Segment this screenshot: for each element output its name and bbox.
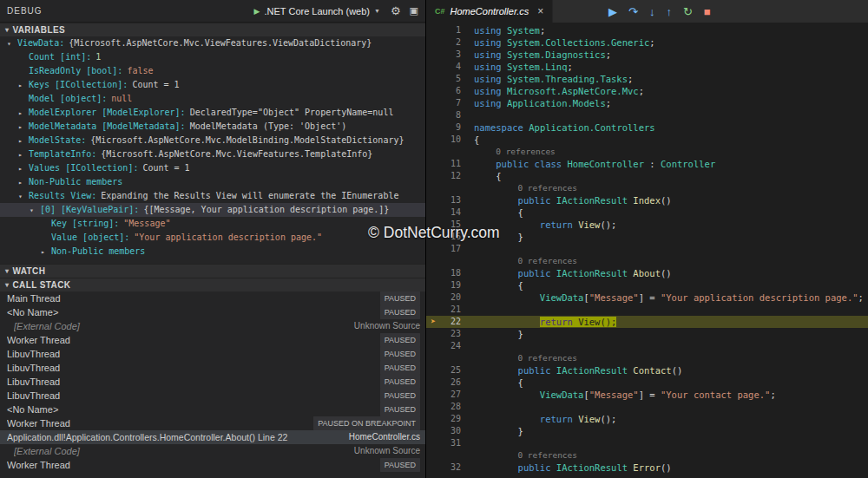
continue-icon[interactable]: ▶ bbox=[608, 6, 617, 17]
code-line[interactable]: 28 bbox=[426, 401, 868, 413]
breakpoint-gutter[interactable] bbox=[426, 85, 440, 97]
callstack-row[interactable]: [External Code]Unknown Source bbox=[0, 319, 425, 333]
expand-icon[interactable]: ▸ bbox=[41, 246, 51, 259]
code-line[interactable]: 31 bbox=[426, 437, 868, 449]
code-line[interactable]: 10{ bbox=[426, 134, 868, 146]
current-line-arrow-icon[interactable]: ➤ bbox=[426, 316, 440, 328]
breakpoint-gutter[interactable] bbox=[426, 121, 440, 134]
expand-icon[interactable]: ▸ bbox=[18, 121, 29, 134]
debug-console-icon[interactable]: ▣ bbox=[410, 5, 418, 16]
expand-icon[interactable]: ▸ bbox=[18, 107, 29, 120]
code-line[interactable]: 23 } bbox=[426, 328, 868, 340]
code-line[interactable]: 21 bbox=[426, 304, 868, 316]
breakpoint-gutter[interactable] bbox=[426, 97, 440, 109]
variable-row[interactable]: IsReadOnly [bool]:false bbox=[0, 64, 425, 78]
breakpoint-gutter[interactable] bbox=[426, 36, 440, 49]
variables-section-header[interactable]: ▾ VARIABLES bbox=[0, 23, 425, 36]
breakpoint-gutter[interactable] bbox=[426, 243, 440, 255]
code-line[interactable]: 30 } bbox=[426, 425, 868, 437]
expand-icon[interactable]: ▸ bbox=[18, 79, 29, 92]
code-line[interactable]: 19 { bbox=[426, 279, 868, 291]
expand-icon[interactable]: ▸ bbox=[18, 148, 29, 161]
breakpoint-gutter[interactable] bbox=[426, 377, 440, 389]
variable-row[interactable]: Model [object]:null bbox=[0, 92, 425, 106]
code-line[interactable]: 32 public IActionResult Error() bbox=[426, 462, 868, 474]
breakpoint-gutter[interactable] bbox=[426, 194, 440, 206]
variable-row[interactable]: ▾[0] [KeyValuePair]:{[Message, Your appl… bbox=[0, 203, 425, 217]
stop-icon[interactable]: ■ bbox=[704, 6, 711, 17]
callstack-row[interactable]: <No Name>PAUSED bbox=[0, 403, 425, 416]
breakpoint-gutter[interactable] bbox=[426, 267, 440, 279]
start-debugging-icon[interactable]: ▶ bbox=[254, 7, 260, 16]
breakpoint-gutter[interactable] bbox=[426, 364, 440, 377]
collapse-icon[interactable]: ▾ bbox=[30, 204, 40, 217]
code-line[interactable]: 20 ViewData["Message"] = "Your applicati… bbox=[426, 291, 868, 304]
code-line[interactable]: 6using Microsoft.AspNetCore.Mvc; bbox=[426, 85, 868, 97]
breakpoint-gutter[interactable] bbox=[426, 61, 440, 73]
breakpoint-gutter[interactable] bbox=[426, 158, 440, 170]
variable-row[interactable]: Count [int]:1 bbox=[0, 50, 425, 64]
expand-icon[interactable]: ▸ bbox=[18, 162, 29, 175]
callstack-row[interactable]: Worker ThreadPAUSED bbox=[0, 458, 425, 472]
code-line[interactable]: 26 { bbox=[426, 377, 868, 389]
callstack-row[interactable]: Worker ThreadPAUSED bbox=[0, 333, 425, 347]
breakpoint-gutter[interactable] bbox=[426, 401, 440, 413]
callstack-row[interactable]: LibuvThreadPAUSED bbox=[0, 347, 425, 361]
code-line[interactable]: 4using System.Linq; bbox=[426, 61, 868, 73]
expand-icon[interactable]: ▸ bbox=[18, 134, 29, 147]
breakpoint-gutter[interactable] bbox=[426, 413, 440, 425]
step-out-icon[interactable]: ↑ bbox=[666, 6, 672, 17]
breakpoint-gutter[interactable] bbox=[426, 279, 440, 291]
variable-row[interactable]: ▸Non-Public members bbox=[0, 245, 425, 259]
breakpoint-gutter[interactable] bbox=[426, 109, 440, 121]
code-line[interactable]: 9namespace Application.Controllers bbox=[426, 121, 868, 134]
breakpoint-gutter[interactable] bbox=[426, 170, 440, 182]
breakpoint-gutter[interactable] bbox=[426, 328, 440, 340]
watch-section-header[interactable]: ▾ WATCH bbox=[0, 264, 425, 278]
variable-row[interactable]: ▸ModelState:{Microsoft.AspNetCore.Mvc.Mo… bbox=[0, 134, 425, 147]
code-line[interactable]: 18 public IActionResult About() bbox=[426, 267, 868, 279]
callstack-row[interactable]: [External Code]Unknown Source bbox=[0, 444, 425, 458]
variable-row[interactable]: ▸Values [ICollection]:Count = 1 bbox=[0, 161, 425, 175]
breakpoint-gutter[interactable] bbox=[426, 73, 440, 85]
variable-row[interactable]: Value [object]:"Your application descrip… bbox=[0, 231, 425, 245]
breakpoint-gutter[interactable] bbox=[426, 49, 440, 61]
close-icon[interactable]: × bbox=[537, 5, 543, 17]
variable-row[interactable]: ▸ModelExplorer [ModelExplorer]:DeclaredT… bbox=[0, 106, 425, 120]
expand-icon[interactable]: ▸ bbox=[18, 176, 29, 189]
variable-row[interactable]: ▸ModelMetadata [ModelMetadata]:ModelMeta… bbox=[0, 120, 425, 134]
breakpoint-gutter[interactable] bbox=[426, 24, 440, 36]
code-line[interactable]: 7using Application.Models; bbox=[426, 97, 868, 109]
breakpoint-gutter[interactable] bbox=[426, 134, 440, 146]
code-line[interactable]: 13 public IActionResult Index() bbox=[426, 194, 868, 206]
code-line[interactable]: 14 { bbox=[426, 206, 868, 219]
variable-row[interactable]: ▾Results View:Expanding the Results View… bbox=[0, 189, 425, 203]
code-line[interactable]: 12 { bbox=[426, 170, 868, 182]
variable-row[interactable]: ▸Non-Public members bbox=[0, 175, 425, 189]
code-line[interactable]: 5using System.Threading.Tasks; bbox=[426, 73, 868, 85]
breakpoint-gutter[interactable] bbox=[426, 389, 440, 401]
callstack-row[interactable]: <No Name>PAUSED bbox=[0, 305, 425, 319]
code-line[interactable]: 16 } bbox=[426, 231, 868, 243]
variable-row[interactable]: ▾ViewData:{Microsoft.AspNetCore.Mvc.View… bbox=[0, 36, 425, 50]
step-into-icon[interactable]: ↓ bbox=[649, 6, 655, 17]
code-line[interactable]: 24 bbox=[426, 340, 868, 352]
callstack-row[interactable]: LibuvThreadPAUSED bbox=[0, 389, 425, 403]
callstack-row[interactable]: LibuvThreadPAUSED bbox=[0, 375, 425, 389]
launch-config-dropdown[interactable]: ▶ .NET Core Launch (web) ▼ bbox=[254, 6, 380, 16]
code-line[interactable]: ➤22 return View(); bbox=[426, 316, 868, 328]
variable-row[interactable]: Key [string]:"Message" bbox=[0, 217, 425, 231]
breakpoint-gutter[interactable] bbox=[426, 206, 440, 219]
code-line[interactable]: 27 ViewData["Message"] = "Your contact p… bbox=[426, 389, 868, 401]
code-line[interactable]: 15 return View(); bbox=[426, 219, 868, 231]
tab-homecontroller[interactable]: C# HomeController.cs × bbox=[426, 0, 553, 23]
collapse-icon[interactable]: ▾ bbox=[7, 37, 17, 50]
code-line[interactable]: 11 public class HomeController : Control… bbox=[426, 158, 868, 170]
breakpoint-gutter[interactable] bbox=[426, 231, 440, 243]
breakpoint-gutter[interactable] bbox=[426, 291, 440, 304]
callstack-row[interactable]: LibuvThreadPAUSED bbox=[0, 361, 425, 375]
code-line[interactable]: 1using System; bbox=[426, 24, 868, 36]
code-line[interactable]: 29 return View(); bbox=[426, 413, 868, 425]
callstack-row[interactable]: Worker ThreadPAUSED ON BREAKPOINT bbox=[0, 416, 425, 430]
callstack-row[interactable]: Main ThreadPAUSED bbox=[0, 291, 425, 305]
